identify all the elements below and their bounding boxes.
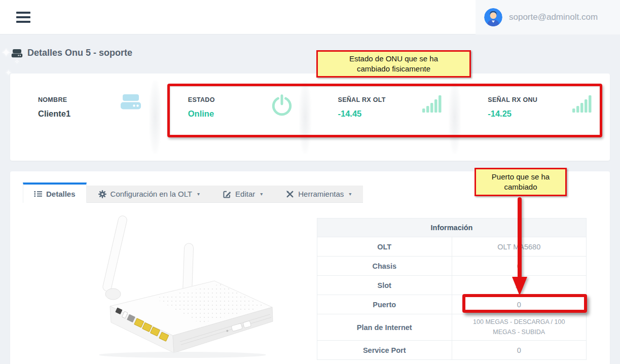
tools-icon [286, 190, 294, 198]
row-label: Plan de Internet [317, 314, 452, 341]
tab-herramientas[interactable]: Herramientas ▾ [274, 186, 363, 203]
table-row-slot: Slot 11 [317, 276, 587, 295]
device-icon [119, 94, 143, 111]
callout-text: Estado de ONU que se ha [349, 54, 438, 64]
row-label: OLT [317, 237, 452, 257]
table-row-olt: OLT OLT MA5680 [317, 237, 587, 257]
tab-strip: Configuración en la OLT ▾ Editar ▾ [87, 186, 363, 203]
row-label: Chasis [317, 257, 452, 276]
tab-label: Herramientas [298, 190, 344, 198]
table-header-row: Información [317, 219, 587, 237]
annotation-callout-estado: Estado de ONU que se ha cambiado fisicam… [316, 50, 471, 78]
edit-icon [223, 190, 231, 198]
page-title: Detalles Onu 5 - soporte [11, 48, 132, 58]
top-navbar: soporte@adminolt.com [0, 0, 620, 34]
info-table: Información OLT OLT MA5680 Chasis 0 Slot… [317, 218, 587, 360]
row-label: Service Port [317, 341, 452, 360]
user-menu[interactable]: soporte@adminolt.com [476, 0, 620, 34]
callout-text: cambiado fisicamente [357, 64, 430, 74]
sparkle-decoration: ✧ [12, 122, 17, 129]
user-email[interactable]: soporte@adminolt.com [509, 12, 598, 22]
tab-label: Configuración en la OLT [111, 190, 192, 198]
chevron-down-icon: ▾ [349, 191, 351, 197]
annotation-red-rectangle-estado [167, 84, 602, 137]
sparkle-decoration: ✧ [9, 197, 15, 205]
avatar [484, 8, 502, 26]
tab-label: Editar [235, 190, 255, 198]
onu-device-icon [11, 49, 23, 58]
row-value: 0 [452, 341, 587, 360]
tab-detalles[interactable]: Detalles [23, 183, 87, 203]
tab-configuracion-olt[interactable]: Configuración en la OLT ▾ [87, 186, 212, 203]
callout-text: cambiado [504, 182, 537, 192]
chevron-down-icon: ▾ [197, 191, 200, 197]
chevron-down-icon: ▾ [260, 191, 263, 197]
table-row-chasis: Chasis 0 [317, 257, 587, 276]
row-value: 100 MEGAS - DESCARGA / 100 MEGAS - SUBID… [452, 314, 587, 341]
sparkle-decoration: ✦ [5, 68, 12, 78]
sparkle-decoration: ✧ [14, 58, 20, 65]
tab-editar[interactable]: Editar ▾ [211, 186, 274, 203]
router-product-image [53, 207, 276, 359]
table-row-service-port: Service Port 0 [317, 341, 587, 360]
table-title: Información [317, 219, 587, 237]
row-label: Slot [317, 276, 452, 295]
annotation-red-box-puerto-value [462, 294, 587, 313]
row-label: Puerto [317, 295, 452, 314]
tab-bar: Detalles Configuraci [23, 183, 363, 203]
table-row-plan-internet: Plan de Internet 100 MEGAS - DESCARGA / … [317, 314, 587, 341]
list-icon [34, 191, 42, 197]
annotation-callout-puerto: Puerto que se ha cambiado [475, 168, 567, 196]
page-title-text: Detalles Onu 5 - soporte [27, 48, 132, 58]
tab-label: Detalles [46, 190, 76, 198]
sparkle-decoration: ✦ [1, 46, 11, 60]
sparkle-decoration: ✦ [15, 150, 20, 157]
hamburger-menu-icon[interactable] [16, 12, 30, 23]
gear-icon [98, 190, 106, 198]
status-item-nombre: NOMBRE Cliente1 [10, 74, 160, 161]
callout-text: Puerto que se ha [492, 172, 550, 182]
